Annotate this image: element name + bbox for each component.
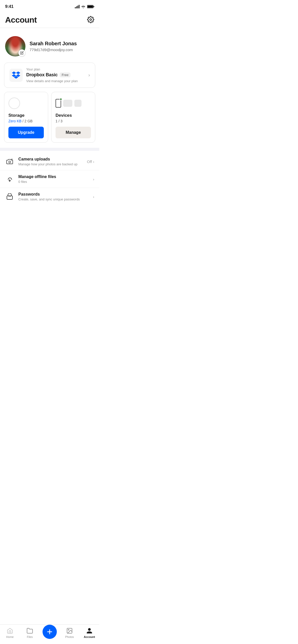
cards-row: Storage Zero KB / 2 GB Upgrade xyxy=(4,92,95,143)
svg-point-4 xyxy=(9,161,10,163)
camera-uploads-chevron: › xyxy=(93,159,94,164)
settings-button[interactable] xyxy=(87,16,94,24)
storage-circle-icon xyxy=(8,97,20,109)
your-plan-label: Your plan xyxy=(26,67,85,71)
device-phone-icon xyxy=(56,99,61,108)
storage-used: Zero KB xyxy=(8,119,21,123)
storage-title: Storage xyxy=(8,113,44,118)
offline-files-text: Manage offline files 0 files xyxy=(18,174,89,184)
passwords-item[interactable]: Passwords Create, save, and sync unique … xyxy=(0,188,99,205)
plan-chevron-icon: › xyxy=(88,72,90,78)
offline-files-desc: 0 files xyxy=(18,180,89,184)
offline-files-icon xyxy=(5,174,14,184)
svg-rect-5 xyxy=(7,196,12,199)
passwords-text: Passwords Create, save, and sync unique … xyxy=(18,192,89,201)
profile-section: Sarah Robert Jonas 779d17d9@moodjoy.com xyxy=(0,33,99,63)
battery-icon xyxy=(87,5,94,8)
avatar-edit-button[interactable] xyxy=(18,49,25,56)
plan-description: View details and manage your plan xyxy=(26,79,85,83)
plan-info: Your plan Dropbox Basic Free View detail… xyxy=(26,67,85,83)
svg-rect-7 xyxy=(10,196,11,197)
device-icons xyxy=(56,99,82,108)
upgrade-button[interactable]: Upgrade xyxy=(8,127,44,138)
dropbox-logo-box xyxy=(9,69,23,82)
devices-count: 1 / 3 xyxy=(56,119,91,123)
svg-rect-1 xyxy=(93,6,94,7)
camera-uploads-desc: Manage how your photos are backed up xyxy=(18,162,83,166)
camera-uploads-icon xyxy=(5,157,14,166)
plan-name: Dropbox Basic xyxy=(26,72,58,78)
camera-uploads-text: Camera uploads Manage how your photos ar… xyxy=(18,157,83,166)
camera-uploads-right: Off › xyxy=(87,159,94,164)
wifi-icon xyxy=(81,5,86,8)
passwords-title: Passwords xyxy=(18,192,89,197)
devices-card: Devices 1 / 3 Manage xyxy=(51,92,95,143)
page-header: Account xyxy=(0,11,99,28)
storage-card: Storage Zero KB / 2 GB Upgrade xyxy=(4,92,48,143)
device-placeholder-2 xyxy=(74,100,82,107)
status-icons xyxy=(75,5,94,8)
plan-card[interactable]: Your plan Dropbox Basic Free View detail… xyxy=(4,63,95,88)
offline-files-right: › xyxy=(93,177,94,181)
svg-rect-2 xyxy=(87,6,93,8)
signal-icon xyxy=(75,5,79,8)
profile-name: Sarah Robert Jonas xyxy=(30,41,94,47)
avatar-container xyxy=(5,36,25,56)
offline-files-title: Manage offline files xyxy=(18,174,89,179)
header-divider xyxy=(0,28,99,28)
camera-uploads-item[interactable]: Camera uploads Manage how your photos ar… xyxy=(0,153,99,170)
storage-info: Zero KB / 2 GB xyxy=(8,119,44,123)
storage-icon-area xyxy=(8,97,44,110)
camera-uploads-status: Off xyxy=(87,159,92,164)
offline-files-chevron: › xyxy=(93,177,94,181)
svg-point-3 xyxy=(90,19,92,20)
passwords-icon xyxy=(5,192,14,201)
passwords-chevron: › xyxy=(93,195,94,199)
storage-total: 2 GB xyxy=(24,119,33,123)
storage-separator: / xyxy=(22,119,24,123)
manage-button[interactable]: Manage xyxy=(56,127,91,138)
passwords-desc: Create, save, and sync unique passwords xyxy=(18,197,89,201)
profile-email: 779d17d9@moodjoy.com xyxy=(30,48,94,52)
passwords-right: › xyxy=(93,195,94,199)
device-placeholder-1 xyxy=(63,100,72,107)
devices-icon-area xyxy=(56,97,91,110)
plan-name-row: Dropbox Basic Free xyxy=(26,72,85,78)
svg-rect-6 xyxy=(9,196,9,197)
devices-title: Devices xyxy=(56,113,91,118)
camera-uploads-title: Camera uploads xyxy=(18,157,83,162)
page-title: Account xyxy=(5,15,37,25)
status-time: 9:41 xyxy=(5,4,13,9)
free-badge: Free xyxy=(60,72,71,77)
menu-section: Camera uploads Manage how your photos ar… xyxy=(0,151,99,207)
offline-files-item[interactable]: Manage offline files 0 files › xyxy=(0,170,99,188)
profile-info: Sarah Robert Jonas 779d17d9@moodjoy.com xyxy=(30,41,94,52)
section-divider xyxy=(0,148,99,151)
status-bar: 9:41 xyxy=(0,0,99,11)
